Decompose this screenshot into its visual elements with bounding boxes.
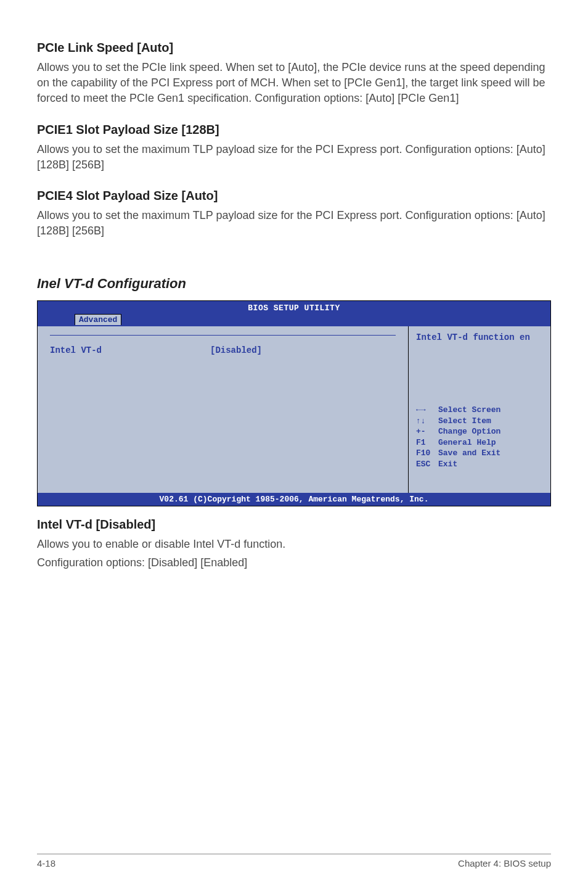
bios-tab-advanced: Advanced — [75, 314, 121, 325]
bios-nav-label: Exit — [438, 459, 457, 470]
bios-nav-key: ←→ — [416, 405, 438, 416]
bios-tabs: Advanced — [38, 314, 550, 325]
page-number: 4-18 — [37, 858, 55, 868]
bios-nav-label: Change Option — [438, 426, 500, 437]
bios-nav-row: ESC Exit — [416, 459, 543, 470]
bios-divider — [50, 335, 396, 336]
heading-pcie-link-speed: PCIe Link Speed [Auto] — [37, 41, 551, 55]
bios-setting-row: Intel VT-d [Disabled] — [50, 345, 396, 355]
bios-nav-key: F10 — [416, 448, 438, 459]
bios-footer: V02.61 (C)Copyright 1985-2006, American … — [38, 493, 550, 506]
bios-nav-key: +- — [416, 426, 438, 437]
heading-pcie1-slot: PCIE1 Slot Payload Size [128B] — [37, 123, 551, 137]
bios-help-text: Intel VT-d function en — [416, 332, 543, 342]
heading-vtd-config: Inel VT-d Configuration — [37, 276, 551, 292]
chapter-label: Chapter 4: BIOS setup — [458, 858, 551, 868]
section-intel-vtd: Intel VT-d [Disabled] Allows you to enab… — [37, 518, 551, 570]
bios-header: BIOS SETUP UTILITY Advanced — [38, 301, 550, 326]
bios-nav-key: ESC — [416, 459, 438, 470]
bios-nav-label: Select Item — [438, 416, 491, 427]
bios-nav-row: F10 Save and Exit — [416, 448, 543, 459]
body-pcie4-slot: Allows you to set the maximum TLP payloa… — [37, 208, 551, 239]
bios-right-pane: Intel VT-d function en ←→ Select Screen … — [409, 326, 550, 493]
bios-nav-key: ↑↓ — [416, 416, 438, 427]
bios-nav-help: ←→ Select Screen ↑↓ Select Item +- Chang… — [416, 405, 543, 469]
bios-nav-row: +- Change Option — [416, 426, 543, 437]
section-pcie4-slot: PCIE4 Slot Payload Size [Auto] Allows yo… — [37, 189, 551, 239]
bios-screenshot: BIOS SETUP UTILITY Advanced Intel VT-d [… — [37, 300, 551, 506]
body-intel-vtd-2: Configuration options: [Disabled] [Enabl… — [37, 555, 551, 571]
bios-setting-value: [Disabled] — [210, 345, 262, 355]
bios-nav-row: ↑↓ Select Item — [416, 416, 543, 427]
body-pcie1-slot: Allows you to set the maximum TLP payloa… — [37, 142, 551, 173]
bios-nav-label: Select Screen — [438, 405, 500, 416]
section-pcie1-slot: PCIE1 Slot Payload Size [128B] Allows yo… — [37, 123, 551, 173]
body-pcie-link-speed: Allows you to set the PCIe link speed. W… — [37, 60, 551, 107]
body-intel-vtd-1: Allows you to enable or disable Intel VT… — [37, 537, 551, 552]
bios-nav-label: General Help — [438, 437, 496, 448]
section-pcie-link-speed: PCIe Link Speed [Auto] Allows you to set… — [37, 41, 551, 107]
bios-setting-label: Intel VT-d — [50, 345, 210, 355]
heading-pcie4-slot: PCIE4 Slot Payload Size [Auto] — [37, 189, 551, 203]
bios-nav-row: F1 General Help — [416, 437, 543, 448]
bios-left-pane: Intel VT-d [Disabled] — [38, 326, 409, 493]
bios-title: BIOS SETUP UTILITY — [38, 303, 550, 313]
page-footer: 4-18 Chapter 4: BIOS setup — [37, 854, 551, 868]
heading-intel-vtd: Intel VT-d [Disabled] — [37, 518, 551, 532]
bios-nav-key: F1 — [416, 437, 438, 448]
bios-nav-row: ←→ Select Screen — [416, 405, 543, 416]
bios-main: Intel VT-d [Disabled] Intel VT-d functio… — [38, 326, 550, 493]
bios-nav-label: Save and Exit — [438, 448, 500, 459]
